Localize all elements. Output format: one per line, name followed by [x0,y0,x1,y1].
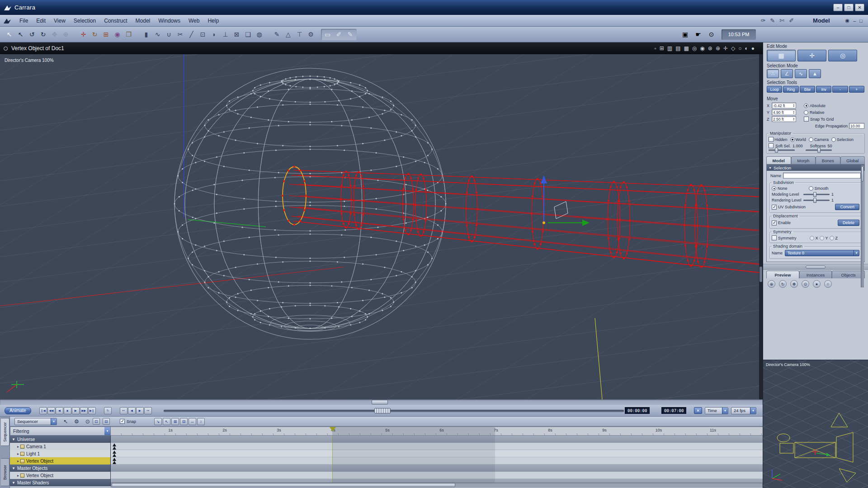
tab-model[interactable]: Model [766,156,791,164]
wrap-tool-icon[interactable]: ❑ [242,29,254,40]
extrude-icon[interactable]: ⊡ [197,29,208,40]
time-mode-dropdown[interactable]: Time▼ [705,407,728,414]
expand-triangle-icon[interactable]: ▸ [17,445,19,449]
tree-item-vertex-object[interactable]: ▸Vertex Object [10,457,110,465]
playhead-marker[interactable] [330,427,336,432]
edit-mode-button-3[interactable]: ◎ [828,50,857,61]
reset-view-icon[interactable]: ⊕ [716,45,720,52]
shading-domain-dropdown[interactable]: Texture 0▼ [785,250,859,256]
keyframe-marker[interactable] [113,446,116,450]
zoom-out-time-button[interactable]: ↘ [154,418,162,425]
menu-selection[interactable]: Selection [70,16,100,25]
next-frame-button[interactable]: ▶ [136,407,144,414]
edit-mode-button-2[interactable]: ✛ [797,50,826,61]
smooth-tool-icon[interactable]: ◍ [254,29,265,40]
expand-triangle-icon[interactable]: ▸ [17,474,19,478]
layout-quad-icon[interactable]: ⊞ [660,45,664,52]
prev-frame-button[interactable]: ◀ [128,407,136,414]
time-scrubber-track[interactable] [164,410,624,412]
displacement-enable-checkbox[interactable] [772,221,777,225]
pan-view-icon[interactable]: ✥ [49,29,60,40]
move-x-field[interactable]: -0.42 ft▲▼ [772,103,796,108]
keyframe-marker[interactable] [113,443,116,446]
menu-help[interactable]: Help [203,16,223,25]
tab-bones[interactable]: Bones [816,156,840,164]
layout-grid-icon[interactable]: ▦ [684,45,689,52]
go-end-button[interactable]: ▶❙ [88,407,96,414]
camera-radio[interactable] [809,137,813,142]
preview-pan-icon[interactable]: ✥ [790,280,798,288]
tab-objects[interactable]: Objects [832,271,865,278]
sequencer-dropdown[interactable]: Sequencer▼ [14,418,57,425]
scissors-icon[interactable]: ✂ [175,29,186,40]
camera-dolly-icon[interactable]: ⊛ [708,45,712,52]
snap-checkbox[interactable] [120,419,125,424]
play-button[interactable]: ▶ [72,407,80,414]
stop-button[interactable]: ■ [64,407,71,414]
preview-zoom-icon[interactable]: ⊙ [802,280,809,288]
splitter-grip[interactable] [806,266,826,268]
tree-group-master-objects[interactable]: ▼Master Objects [10,465,110,472]
tree-item-light-1[interactable]: ▸Light 1 [10,450,110,457]
seq-zoom-icon[interactable]: ⊙ [85,418,90,425]
selection-radio[interactable] [831,137,836,142]
step-back-button[interactable]: ◀ [56,407,63,414]
orbit-view-icon[interactable]: ↻ [38,29,49,40]
textured-mode-icon[interactable]: ● [751,45,755,52]
animate-button[interactable]: Animate [5,407,31,414]
marquee-select-icon[interactable]: ▭ [322,29,333,40]
keyframe-marker[interactable] [113,454,116,457]
h-fit-button[interactable]: ↔ [189,418,196,425]
edit-mode-button-1[interactable]: ▦ [767,50,796,61]
keyframe-marker[interactable] [113,461,116,464]
move-y-field[interactable]: 4.90 ft▲▼ [772,109,796,115]
timeline-tracks[interactable] [111,436,763,486]
direct-select-icon[interactable]: ↖ [15,29,26,40]
subdivision-smooth-radio[interactable] [809,186,813,191]
sphere-tool-icon[interactable]: ◗ [208,29,220,40]
fast-rewind-button[interactable]: ◀◀ [47,407,55,414]
minimize-button[interactable]: – [833,4,843,11]
seq-settings-icon[interactable]: ⚙ [74,418,79,425]
expand-triangle-icon[interactable]: ▸ [17,459,19,463]
snap-to-grid-checkbox[interactable] [804,117,809,122]
tree-item-vertex-object[interactable]: ▸Vertex Object [10,472,110,479]
prev-keyframe-button[interactable]: ↤ [120,407,127,414]
edge-propagation-field[interactable]: 10.00 [849,123,864,129]
zoom-view-icon[interactable]: ⊕ [60,29,71,40]
render-preview-icon[interactable]: ▣ [679,29,691,40]
keyframe-marker[interactable] [113,450,116,454]
uv-subdivision-checkbox[interactable] [772,205,777,210]
track-lane[interactable] [111,457,763,465]
symmetry-z-radio[interactable] [830,236,834,240]
panel-v-scrollbar[interactable] [861,165,864,287]
magnifier-icon[interactable]: ⊙ [706,29,717,40]
selection-tool-btw[interactable]: Btw [800,86,815,93]
select-arrow-icon[interactable]: ↖ [4,29,15,40]
layout-2v-icon[interactable]: ▥ [667,45,672,52]
wand-tool-icon[interactable]: ✑ [760,17,765,24]
modeling-level-slider[interactable] [803,194,830,195]
magnet-tool-icon[interactable]: ∪ [163,29,175,40]
softness-slider[interactable] [806,150,832,151]
side-tab-browser[interactable]: Browser [1,458,9,486]
scrollbar-handle[interactable] [861,166,863,182]
delete-poly-icon[interactable]: ⊠ [231,29,242,40]
side-tab-sequencer[interactable]: Sequencer [1,418,9,446]
relative-radio[interactable] [804,110,808,115]
menu-construct[interactable]: Construct [100,16,131,25]
delete-button[interactable]: Delete [838,220,859,226]
track-lane[interactable] [111,472,763,479]
symmetry-x-radio[interactable] [810,236,814,240]
universal-manipulator-icon[interactable]: ◉ [112,29,123,40]
rotate-view-icon[interactable]: ↺ [26,29,38,40]
shaded-mode-icon[interactable]: ◐ [745,45,748,52]
tree-item-camera-1[interactable]: ▸Camera 1 [10,443,110,450]
timeline-ruler[interactable]: 1s2s3s4s5s6s7s8s9s10s11s [111,427,763,436]
symmetry-y-radio[interactable] [820,236,824,240]
track-lane[interactable] [111,450,763,457]
selection-tool-[interactable]: - [832,86,848,93]
current-time-field[interactable]: 00:00:00 [625,407,650,414]
doc-minimize-icon[interactable]: – [853,18,856,23]
rotate-manipulator-icon[interactable]: ↻ [89,29,100,40]
